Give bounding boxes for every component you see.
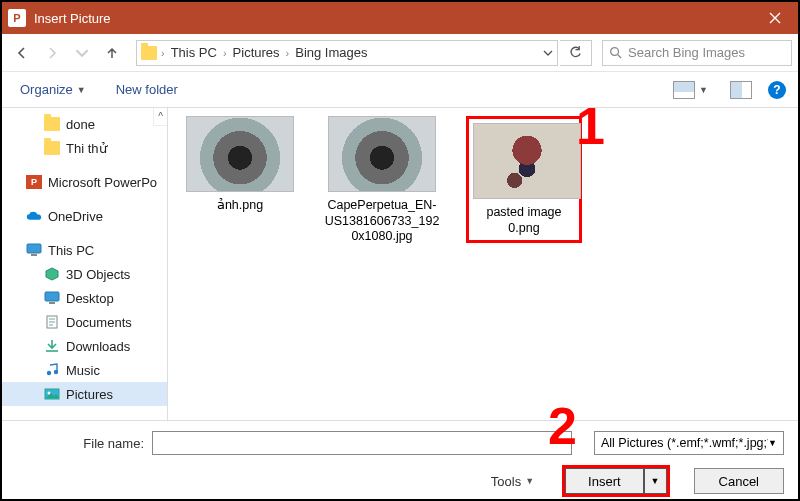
crumb-pictures[interactable]: Pictures	[231, 45, 282, 60]
tree-item-documents[interactable]: Documents	[2, 310, 167, 334]
svg-rect-4	[49, 302, 55, 304]
view-button[interactable]: ▼	[667, 77, 714, 103]
file-item[interactable]: pasted image 0.png	[466, 116, 582, 243]
preview-pane-icon	[730, 81, 752, 99]
search-placeholder: Search Bing Images	[628, 45, 745, 60]
onedrive-icon	[26, 209, 42, 223]
tree-item-pictures[interactable]: Pictures	[2, 382, 167, 406]
dl-icon	[44, 339, 60, 353]
arrow-up-icon	[105, 46, 119, 60]
cancel-button[interactable]: Cancel	[694, 468, 784, 494]
arrow-right-icon	[45, 46, 59, 60]
music-icon	[44, 363, 60, 377]
back-button[interactable]	[8, 39, 36, 67]
tools-dropdown[interactable]: Tools ▼	[485, 470, 540, 493]
tree-item-3d-objects[interactable]: 3D Objects	[2, 262, 167, 286]
folder-icon	[44, 117, 60, 131]
new-folder-button[interactable]: New folder	[110, 78, 184, 101]
search-input[interactable]: Search Bing Images	[602, 40, 792, 66]
filename-input[interactable]	[152, 431, 572, 455]
svg-point-7	[54, 370, 58, 374]
file-name: CapePerpetua_EN-US1381606733_1920x1080.j…	[324, 198, 440, 245]
tree-item-music[interactable]: Music	[2, 358, 167, 382]
tree-item-downloads[interactable]: Downloads	[2, 334, 167, 358]
insert-button[interactable]: Insert	[565, 468, 644, 494]
column-chevron[interactable]: ^	[153, 108, 167, 126]
tree-item-this-pc[interactable]: This PC	[2, 238, 167, 262]
svg-rect-3	[45, 292, 59, 301]
navigation-pane: ^ doneThi thửPMicrosoft PowerPoOneDriveT…	[2, 108, 168, 420]
refresh-icon	[569, 46, 582, 59]
nav-bar: › This PC › Pictures › Bing Images Searc…	[2, 34, 798, 72]
chevron-down-icon	[75, 46, 89, 60]
forward-button[interactable]	[38, 39, 66, 67]
recent-dropdown[interactable]	[68, 39, 96, 67]
arrow-left-icon	[15, 46, 29, 60]
refresh-button[interactable]	[560, 40, 592, 66]
monitor-icon	[26, 243, 42, 257]
chevron-right-icon: ›	[223, 47, 227, 59]
file-thumbnail	[328, 116, 436, 192]
filetype-dropdown[interactable]: All Pictures (*.emf;*.wmf;*.jpg;*.j ▼	[594, 431, 784, 455]
close-icon	[769, 12, 781, 24]
organize-button[interactable]: Organize▼	[14, 78, 92, 101]
tree-item-microsoft-powerpo[interactable]: PMicrosoft PowerPo	[2, 170, 167, 194]
ppt-icon: P	[26, 175, 42, 189]
monitor-icon	[44, 291, 60, 305]
chevron-down-icon: ▼	[651, 476, 660, 486]
pic-icon	[44, 387, 60, 401]
thumbnail-view-icon	[673, 81, 695, 99]
chevron-right-icon: ›	[161, 47, 165, 59]
chevron-down-icon: ▼	[699, 85, 708, 95]
app-icon: P	[8, 9, 26, 27]
close-button[interactable]	[752, 2, 798, 34]
chevron-down-icon: ▼	[525, 476, 534, 486]
up-button[interactable]	[98, 39, 126, 67]
tree-item-thi-th-[interactable]: Thi thử	[2, 136, 167, 160]
file-list[interactable]: ảnh.pngCapePerpetua_EN-US1381606733_1920…	[168, 108, 798, 420]
file-thumbnail	[186, 116, 294, 192]
titlebar: P Insert Picture	[2, 2, 798, 34]
svg-point-6	[47, 371, 51, 375]
svg-rect-1	[27, 244, 41, 253]
insert-split-button: Insert ▼	[562, 465, 669, 497]
svg-point-0	[611, 48, 619, 56]
chevron-down-icon[interactable]	[543, 50, 553, 56]
toolbar: Organize▼ New folder ▼ ?	[2, 72, 798, 108]
tree-item-done[interactable]: done	[2, 112, 167, 136]
preview-pane-button[interactable]	[724, 77, 758, 103]
tree-item-desktop[interactable]: Desktop	[2, 286, 167, 310]
file-thumbnail	[473, 123, 581, 199]
dialog-body: ^ doneThi thửPMicrosoft PowerPoOneDriveT…	[2, 108, 798, 420]
chevron-down-icon: ▼	[77, 85, 86, 95]
crumb-bingimages[interactable]: Bing Images	[293, 45, 369, 60]
filename-label: File name:	[83, 436, 144, 451]
chevron-down-icon: ▼	[768, 438, 777, 448]
tree-item-onedrive[interactable]: OneDrive	[2, 204, 167, 228]
folder-icon	[44, 141, 60, 155]
file-item[interactable]: CapePerpetua_EN-US1381606733_1920x1080.j…	[324, 116, 440, 245]
help-button[interactable]: ?	[768, 81, 786, 99]
obj-icon	[44, 267, 60, 281]
window-title: Insert Picture	[34, 11, 111, 26]
file-name: pasted image 0.png	[473, 205, 575, 236]
file-item[interactable]: ảnh.png	[182, 116, 298, 214]
insert-dropdown[interactable]: ▼	[644, 468, 667, 494]
footer: File name: All Pictures (*.emf;*.wmf;*.j…	[2, 420, 798, 501]
doc-icon	[44, 315, 60, 329]
chevron-right-icon: ›	[286, 47, 290, 59]
crumb-thispc[interactable]: This PC	[169, 45, 219, 60]
svg-rect-2	[31, 254, 37, 256]
folder-icon	[141, 46, 157, 60]
file-name: ảnh.png	[182, 198, 298, 214]
search-icon	[609, 46, 622, 59]
breadcrumb[interactable]: › This PC › Pictures › Bing Images	[136, 40, 558, 66]
